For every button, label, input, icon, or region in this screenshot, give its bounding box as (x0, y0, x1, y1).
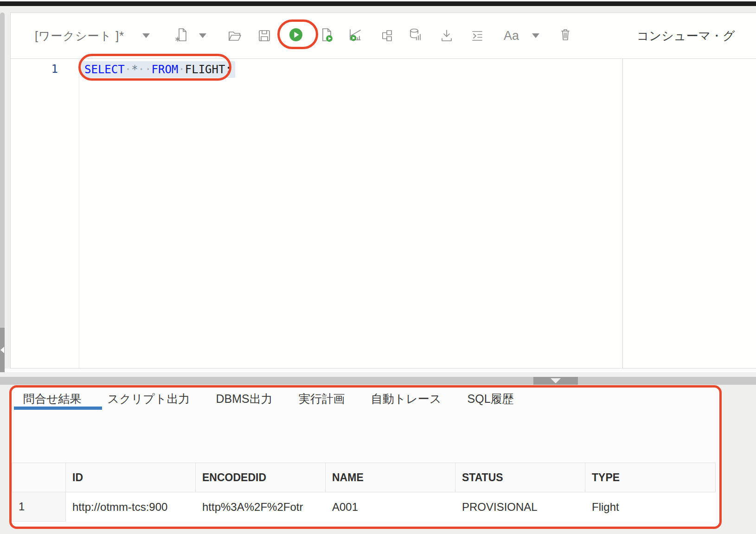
hierarchy-icon (379, 28, 394, 43)
left-splitter-handle[interactable] (0, 328, 5, 372)
tab-sql-history[interactable]: SQL履歴 (468, 391, 514, 407)
results-panel: 問合せ結果 スクリプト出力 DBMS出力 実行計画 自動トレース SQL履歴 ダ… (12, 386, 720, 528)
results-grid: ID ENCODEDID NAME STATUS TYPE 1 http://o… (12, 463, 716, 521)
column-header-encodedid[interactable]: ENCODEDID (196, 463, 326, 492)
sql-editor[interactable]: 1 SELECT·*··FROM·FLIGHT; (11, 59, 756, 368)
run-statement-button[interactable] (288, 27, 304, 43)
line-number: 1 (51, 63, 58, 76)
column-header-status[interactable]: STATUS (455, 463, 585, 492)
explain-plan-button[interactable] (378, 28, 394, 44)
sql-star: * (131, 63, 138, 76)
worksheet-toolbar: [ワークシート ]* (11, 13, 756, 59)
sql-statement-line[interactable]: SELECT·*··FROM·FLIGHT; (81, 61, 235, 78)
active-tab-underline (14, 407, 102, 410)
sql-worksheet-app: { "colors": { "annotation_red": "#E8472B… (0, 0, 756, 534)
results-toolbar: ダウンロード 実行時間: 0.007秒 (12, 411, 720, 462)
format-indent-icon (470, 28, 485, 43)
database-stats-icon (408, 27, 423, 42)
results-tabbar: 問合せ結果 スクリプト出力 DBMS出力 実行計画 自動トレース SQL履歴 (12, 386, 720, 411)
editor-right-divider (622, 59, 623, 368)
chart-run-icon (348, 27, 363, 42)
sql-tuning-button[interactable] (408, 27, 423, 43)
download-icon (439, 28, 454, 43)
table-row[interactable]: 1 http://otmm-tcs:900 http%3A%2F%2Fotr A… (12, 492, 716, 521)
splitter-handle[interactable] (533, 377, 578, 385)
cell-status[interactable]: PROVISIONAL (455, 492, 585, 521)
autotrace-chart-button[interactable] (347, 27, 363, 43)
sql-keyword-from: FROM (152, 63, 179, 76)
worksheet-card: [ワークシート ]* (10, 13, 756, 369)
tab-dbms-output[interactable]: DBMS出力 (216, 391, 273, 407)
new-worksheet-caret-icon[interactable] (199, 33, 206, 38)
tab-query-result[interactable]: 問合せ結果 (23, 391, 82, 407)
cell-encodedid[interactable]: http%3A%2F%2Fotr (196, 492, 326, 521)
cell-id[interactable]: http://otmm-tcs:900 (66, 492, 196, 521)
cell-rownum[interactable]: 1 (12, 492, 66, 521)
tab-script-output[interactable]: スクリプト出力 (108, 391, 190, 407)
left-panel-splitter[interactable] (0, 13, 5, 372)
format-button[interactable] (469, 28, 485, 44)
collapse-left-icon (0, 347, 4, 353)
line-number-gutter: 1 (11, 59, 79, 368)
sql-keyword-select: SELECT (84, 63, 125, 76)
run-script-icon (319, 27, 334, 42)
sql-table-ref: FLIGHT; (185, 63, 232, 76)
new-worksheet-button[interactable] (174, 27, 190, 43)
save-icon (257, 28, 272, 43)
download-editor-button[interactable] (439, 28, 455, 44)
collapse-down-icon (551, 378, 561, 383)
font-size-button[interactable]: Aa (504, 29, 519, 43)
font-size-caret-icon[interactable] (532, 33, 539, 38)
open-file-button[interactable] (227, 28, 243, 44)
editor-bottom-gap (5, 369, 756, 372)
worksheet-title[interactable]: [ワークシート ]* (35, 28, 124, 44)
folder-icon (227, 28, 242, 43)
tab-autotrace[interactable]: 自動トレース (371, 391, 442, 407)
column-header-rownum[interactable] (12, 463, 66, 492)
save-button[interactable] (256, 28, 272, 44)
cell-name[interactable]: A001 (326, 492, 455, 521)
column-header-type[interactable]: TYPE (585, 463, 716, 492)
whitespace-dot: · (178, 63, 185, 76)
window-top-bar (0, 1, 756, 6)
whitespace-dot: · (125, 63, 131, 76)
tab-explain-plan[interactable]: 実行計画 (299, 391, 345, 407)
sql-statement[interactable]: SELECT·*··FROM·FLIGHT; (81, 61, 235, 78)
grid-header-row: ID ENCODEDID NAME STATUS TYPE (12, 463, 716, 492)
consumer-group-label: コンシューマ・グ (637, 28, 756, 44)
splitter-track (0, 372, 756, 377)
run-script-button[interactable] (319, 27, 334, 43)
column-header-id[interactable]: ID (66, 463, 196, 492)
cell-type[interactable]: Flight (585, 492, 716, 521)
worksheet-menu-caret-icon[interactable] (142, 33, 150, 38)
clear-worksheet-button[interactable] (557, 27, 573, 43)
trash-icon (558, 27, 573, 42)
whitespace-dots: ·· (138, 63, 152, 76)
run-play-icon (288, 27, 303, 42)
horizontal-splitter[interactable] (0, 377, 756, 385)
new-file-icon (174, 27, 189, 42)
column-header-name[interactable]: NAME (326, 463, 455, 492)
